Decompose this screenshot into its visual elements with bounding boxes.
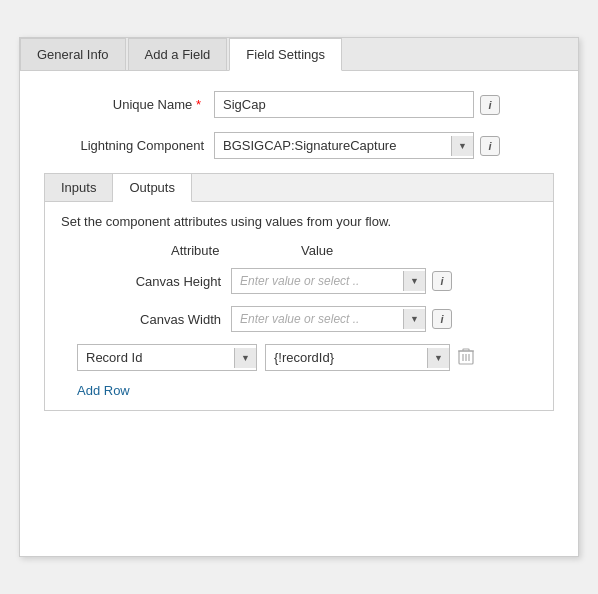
add-row-container: Add Row <box>61 383 537 398</box>
canvas-width-select[interactable]: Enter value or select .. <box>231 306 426 332</box>
record-id-value-dropdown-arrow[interactable] <box>427 348 449 368</box>
unique-name-info-button[interactable]: i <box>480 95 500 115</box>
tab-add-field[interactable]: Add a Field <box>128 38 228 70</box>
unique-name-label: Unique Name * <box>44 97 204 112</box>
record-id-attribute-select[interactable]: Record Id <box>77 344 257 371</box>
canvas-width-info-button[interactable]: i <box>432 309 452 329</box>
canvas-width-label: Canvas Width <box>61 312 221 327</box>
inner-tab-bar: Inputs Outputs <box>45 174 553 202</box>
canvas-width-dropdown-arrow[interactable] <box>403 309 425 329</box>
record-id-value-select[interactable]: {!recordId} <box>265 344 450 371</box>
canvas-height-placeholder: Enter value or select .. <box>232 269 403 293</box>
tab-general-info[interactable]: General Info <box>20 38 126 70</box>
canvas-height-row: Canvas Height Enter value or select .. i <box>61 268 537 294</box>
canvas-height-label: Canvas Height <box>61 274 221 289</box>
lightning-component-row: Lightning Component BGSIGCAP:SignatureCa… <box>44 132 554 159</box>
required-star: * <box>196 97 201 112</box>
lightning-component-dropdown-arrow[interactable] <box>451 136 473 156</box>
lightning-component-label: Lightning Component <box>44 138 204 153</box>
record-id-row: Record Id {!recordId} <box>61 344 537 371</box>
record-id-dropdown-arrow[interactable] <box>234 348 256 368</box>
outputs-description: Set the component attributes using value… <box>61 214 537 229</box>
add-row-link[interactable]: Add Row <box>61 383 130 398</box>
canvas-width-value-wrapper: Enter value or select .. i <box>231 306 452 332</box>
record-id-delete-button[interactable] <box>458 347 474 369</box>
unique-name-row: Unique Name * i <box>44 91 554 118</box>
unique-name-input[interactable] <box>214 91 474 118</box>
canvas-height-info-button[interactable]: i <box>432 271 452 291</box>
canvas-height-value-wrapper: Enter value or select .. i <box>231 268 452 294</box>
lightning-component-info-button[interactable]: i <box>480 136 500 156</box>
lightning-component-select[interactable]: BGSIGCAP:SignatureCapture <box>214 132 474 159</box>
canvas-height-select[interactable]: Enter value or select .. <box>231 268 426 294</box>
canvas-width-row: Canvas Width Enter value or select .. i <box>61 306 537 332</box>
record-id-label: Record Id <box>78 345 234 370</box>
lightning-component-value: BGSIGCAP:SignatureCapture <box>215 133 451 158</box>
attribute-column-header: Attribute <box>171 243 301 258</box>
canvas-height-dropdown-arrow[interactable] <box>403 271 425 291</box>
inner-panel: Inputs Outputs Set the component attribu… <box>44 173 554 411</box>
canvas-width-placeholder: Enter value or select .. <box>232 307 403 331</box>
column-headers: Attribute Value <box>61 243 537 258</box>
main-window: General Info Add a Field Field Settings … <box>19 37 579 557</box>
content-area: Unique Name * i Lightning Component BGSI… <box>20 71 578 431</box>
tab-bar: General Info Add a Field Field Settings <box>20 38 578 71</box>
value-column-header: Value <box>301 243 333 258</box>
outputs-content: Set the component attributes using value… <box>45 202 553 410</box>
tab-field-settings[interactable]: Field Settings <box>229 38 342 71</box>
record-id-value: {!recordId} <box>266 345 427 370</box>
tab-inputs[interactable]: Inputs <box>45 174 113 201</box>
tab-outputs[interactable]: Outputs <box>113 174 192 202</box>
